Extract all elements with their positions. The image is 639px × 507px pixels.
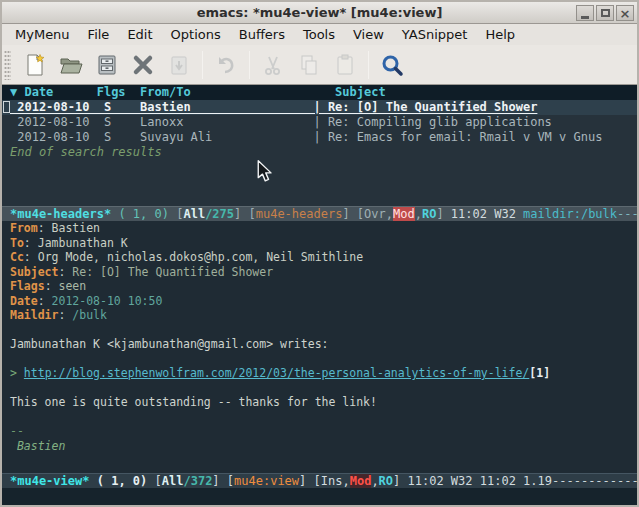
message-body: Jambunathan K <kjambunathan@gmail.com> w… — [2, 323, 637, 454]
header-row[interactable]: 2012-08-10 S Suvayu Ali | Re: Emacs for … — [2, 130, 637, 145]
view-field-to: To: Jambunathan K — [2, 236, 637, 251]
body-line: This one is quite outstanding -- thanks … — [2, 395, 637, 410]
close-button[interactable]: × — [616, 5, 634, 21]
view-field-subject: Subject: Re: [O] The Quantified Shower — [2, 265, 637, 280]
headers-column-titles: ▼ Date Flgs From/To Subject — [2, 85, 637, 100]
close-file-button[interactable] — [127, 50, 159, 80]
menu-bar: MyMenuFileEditOptionsBuffersToolsViewYAS… — [2, 24, 637, 45]
body-line: > http://blog.stephenwolfram.com/2012/03… — [2, 366, 637, 381]
close-icon: × — [620, 7, 631, 20]
menu-buffers[interactable]: Buffers — [230, 24, 294, 45]
copy-icon — [297, 53, 321, 77]
save-as-icon — [167, 53, 191, 77]
body-line: Jambunathan K <kjambunathan@gmail.com> w… — [2, 337, 637, 352]
toolbar-separator — [368, 51, 369, 79]
toolbar-separator — [202, 51, 203, 79]
header-row[interactable]: 2012-08-10 S Bastien | Re: [O] The Quant… — [2, 100, 637, 115]
paste-button — [329, 50, 361, 80]
echo-area[interactable] — [2, 488, 637, 505]
save-as-button — [163, 50, 195, 80]
mu4e-headers-window: ▼ Date Flgs From/To Subject 2012-08-10 S… — [2, 85, 637, 206]
body-line — [2, 410, 637, 425]
open-folder-button[interactable] — [55, 50, 87, 80]
menu-edit[interactable]: Edit — [118, 24, 161, 45]
maximize-button[interactable] — [596, 5, 614, 21]
view-modeline: *mu4e-view* ( 1, 0) [All/372] [mu4e:view… — [2, 473, 637, 488]
body-line — [2, 352, 637, 367]
toolbar-drag-handle[interactable] — [4, 50, 11, 80]
window-title: emacs: *mu4e-view* [mu4e:view] — [197, 5, 443, 20]
toolbar-separator — [249, 51, 250, 79]
view-field-maildir: Maildir: /bulk — [2, 308, 637, 323]
emacs-hollow-cursor — [3, 101, 10, 113]
body-line: -- — [2, 424, 637, 439]
view-field-date: Date: 2012-08-10 10:50 — [2, 294, 637, 309]
menu-tools[interactable]: Tools — [294, 24, 344, 45]
menu-file[interactable]: File — [79, 24, 119, 45]
view-field-from: From: Bastien — [2, 221, 637, 236]
end-of-search-message: End of search results — [2, 145, 637, 160]
headers-modeline: *mu4e-headers* ( 1, 0) [All/275] [mu4e-h… — [2, 206, 637, 221]
save-button[interactable] — [91, 50, 123, 80]
body-line — [2, 323, 637, 338]
minimize-icon — [581, 16, 589, 19]
emacs-frame: ▼ Date Flgs From/To Subject 2012-08-10 S… — [2, 85, 637, 505]
paste-icon — [333, 53, 357, 77]
menu-options[interactable]: Options — [162, 24, 230, 45]
menu-yasnippet[interactable]: YASnippet — [393, 24, 477, 45]
tool-bar — [2, 45, 637, 85]
menu-mymenu[interactable]: MyMenu — [6, 24, 79, 45]
window-controls: × — [574, 5, 634, 21]
headers-rows: 2012-08-10 S Bastien | Re: [O] The Quant… — [2, 100, 637, 145]
search-icon — [380, 53, 404, 77]
cut-icon — [261, 53, 285, 77]
title-bar: emacs: *mu4e-view* [mu4e:view] × — [2, 2, 637, 24]
new-file-icon — [23, 53, 47, 77]
body-line — [2, 381, 637, 396]
copy-button — [293, 50, 325, 80]
minimize-button[interactable] — [576, 5, 594, 21]
message-link[interactable]: http://blog.stephenwolfram.com/2012/03/t… — [24, 366, 529, 380]
body-line: Bastien — [2, 439, 637, 454]
save-icon — [95, 53, 119, 77]
new-file-button[interactable] — [19, 50, 51, 80]
menu-help[interactable]: Help — [476, 24, 524, 45]
cut-button — [257, 50, 289, 80]
emacs-window: emacs: *mu4e-view* [mu4e:view] × MyMenuF… — [0, 0, 639, 507]
header-row[interactable]: 2012-08-10 S Lanoxx | Re: Compiling glib… — [2, 115, 637, 130]
view-fields: From: BastienTo: Jambunathan KCc: Org Mo… — [2, 221, 637, 323]
undo-button — [210, 50, 242, 80]
search-button[interactable] — [376, 50, 408, 80]
maximize-icon — [601, 9, 610, 17]
mu4e-view-window: From: BastienTo: Jambunathan KCc: Org Mo… — [2, 221, 637, 473]
undo-icon — [214, 53, 238, 77]
close-x-icon — [131, 53, 155, 77]
view-field-cc: Cc: Org Mode, nicholas.dokos@hp.com, Nei… — [2, 250, 637, 265]
open-folder-icon — [59, 53, 83, 77]
menu-view[interactable]: View — [344, 24, 393, 45]
view-field-flags: Flags: seen — [2, 279, 637, 294]
